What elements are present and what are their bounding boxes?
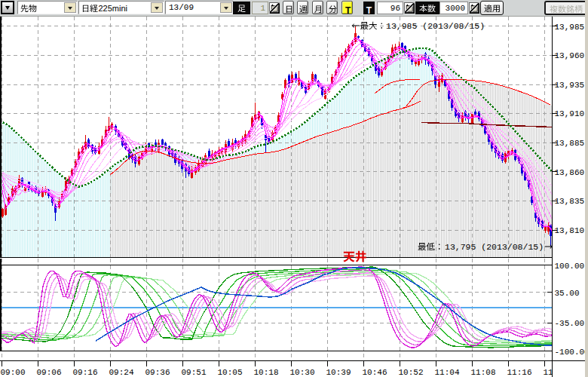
svg-text:13,985: 13,985 <box>555 23 585 32</box>
svg-text:09:00: 09:00 <box>1 368 26 377</box>
svg-text:13,935: 13,935 <box>555 81 585 90</box>
svg-text:13,835: 13,835 <box>555 197 585 206</box>
svg-text:225mini: 225mini <box>99 4 128 13</box>
svg-text:11:04: 11:04 <box>435 368 460 377</box>
svg-text:09:16: 09:16 <box>73 368 98 377</box>
svg-text:10:05: 10:05 <box>218 368 243 377</box>
svg-text:35.00: 35.00 <box>555 289 580 298</box>
svg-text:100.00: 100.00 <box>555 262 585 271</box>
svg-text:09:36: 09:36 <box>145 368 170 377</box>
svg-text:-35.00: -35.00 <box>555 319 585 328</box>
svg-text:09:51: 09:51 <box>182 368 207 377</box>
svg-text:13,810: 13,810 <box>555 226 585 235</box>
svg-text:10:46: 10:46 <box>363 368 387 377</box>
svg-text:10:30: 10:30 <box>290 368 315 377</box>
svg-text:13,960: 13,960 <box>555 51 585 60</box>
svg-text:11:16: 11:16 <box>507 368 532 377</box>
svg-text:-100.00: -100.00 <box>555 348 588 357</box>
svg-text:10:39: 10:39 <box>326 368 351 377</box>
svg-text:13,795 (2013/08/15): 13,795 (2013/08/15) <box>445 242 544 252</box>
svg-text:13,885: 13,885 <box>555 139 585 148</box>
svg-text:13,910: 13,910 <box>555 109 585 118</box>
svg-text:13,860: 13,860 <box>555 168 585 177</box>
svg-text:10:52: 10:52 <box>399 368 424 377</box>
svg-text:09:06: 09:06 <box>37 368 62 377</box>
svg-text:09:24: 09:24 <box>109 368 134 377</box>
svg-text:11:08: 11:08 <box>471 368 496 377</box>
svg-text:10:18: 10:18 <box>254 368 279 377</box>
svg-text:13,985 (2013/08/15): 13,985 (2013/08/15) <box>386 21 485 31</box>
